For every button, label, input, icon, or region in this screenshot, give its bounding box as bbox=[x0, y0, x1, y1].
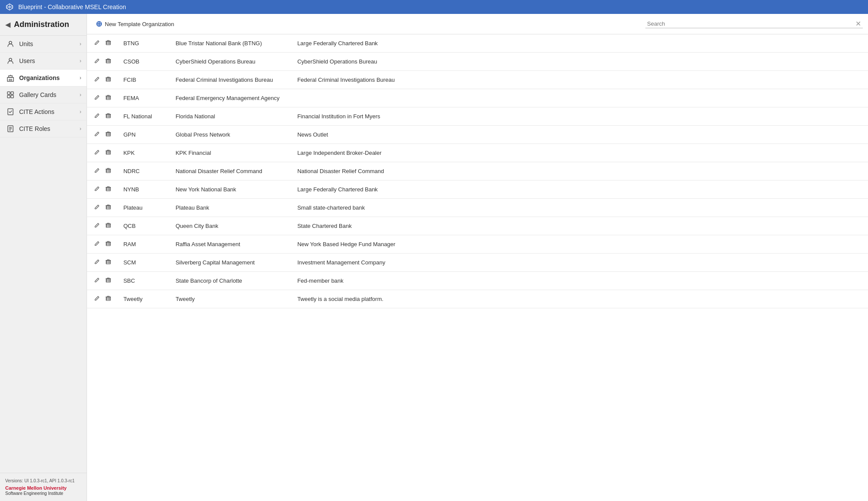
svg-rect-49 bbox=[109, 133, 110, 136]
search-clear-button[interactable]: ✕ bbox=[854, 20, 863, 28]
org-name: Federal Criminal Investigations Bureau bbox=[170, 71, 292, 89]
search-container: ✕ bbox=[645, 20, 863, 28]
delete-button[interactable] bbox=[103, 240, 113, 249]
row-actions bbox=[87, 180, 118, 199]
svg-rect-93 bbox=[108, 297, 109, 300]
org-name: Florida National bbox=[170, 107, 292, 126]
org-name: Blue Tristar National Bank (BTNG) bbox=[170, 34, 292, 53]
svg-rect-28 bbox=[108, 60, 109, 63]
svg-rect-67 bbox=[107, 206, 107, 209]
org-abbr: QCB bbox=[118, 217, 170, 235]
sidebar-item-units[interactable]: Units › bbox=[0, 36, 87, 53]
table-row: Tweetly Tweetly Tweetly is a social medi… bbox=[87, 290, 868, 308]
org-description: News Outlet bbox=[292, 126, 868, 144]
sidebar-item-users[interactable]: Users › bbox=[0, 53, 87, 70]
row-actions bbox=[87, 272, 118, 290]
new-organization-button[interactable]: ⊕ New Template Organization bbox=[92, 17, 177, 30]
sidebar-toggle-icon[interactable]: ◀ bbox=[5, 20, 10, 29]
delete-button[interactable] bbox=[103, 112, 113, 121]
svg-rect-6 bbox=[7, 77, 13, 81]
svg-rect-64 bbox=[109, 188, 110, 190]
org-name: State Bancorp of Charlotte bbox=[170, 272, 292, 290]
table-row: SBC State Bancorp of Charlotte Fed-membe… bbox=[87, 272, 868, 290]
org-description: Federal Criminal Investigations Bureau bbox=[292, 71, 868, 89]
svg-rect-63 bbox=[108, 188, 109, 190]
edit-button[interactable] bbox=[92, 294, 102, 304]
svg-rect-73 bbox=[108, 224, 109, 227]
delete-button[interactable] bbox=[103, 221, 113, 230]
svg-rect-94 bbox=[109, 297, 110, 300]
edit-button[interactable] bbox=[92, 203, 102, 212]
org-description: Large Federally Chartered Bank bbox=[292, 34, 868, 53]
users-label: Users bbox=[19, 57, 80, 64]
edit-button[interactable] bbox=[92, 276, 102, 285]
gallery-cards-icon bbox=[5, 91, 16, 99]
svg-rect-22 bbox=[107, 42, 107, 44]
svg-rect-43 bbox=[108, 115, 109, 117]
delete-button[interactable] bbox=[103, 75, 113, 84]
sidebar-item-cite-roles[interactable]: CITE Roles › bbox=[0, 120, 87, 137]
main-layout: ◀ Administration Units › Users bbox=[0, 14, 868, 501]
svg-rect-72 bbox=[107, 224, 107, 227]
delete-button[interactable] bbox=[103, 276, 113, 285]
delete-button[interactable] bbox=[103, 39, 113, 48]
edit-button[interactable] bbox=[92, 112, 102, 121]
sidebar-footer: Versions: UI 1.0.3-rc1, API 1.0.3-rc1 Ca… bbox=[0, 473, 87, 501]
edit-button[interactable] bbox=[92, 39, 102, 48]
edit-button[interactable] bbox=[92, 221, 102, 230]
edit-button[interactable] bbox=[92, 185, 102, 194]
svg-rect-74 bbox=[109, 224, 110, 227]
delete-button[interactable] bbox=[103, 57, 113, 66]
org-name: Plateau Bank bbox=[170, 199, 292, 217]
delete-button[interactable] bbox=[103, 294, 113, 304]
edit-button[interactable] bbox=[92, 75, 102, 84]
search-input[interactable] bbox=[645, 20, 854, 28]
sidebar-item-cite-actions[interactable]: CITE Actions › bbox=[0, 104, 87, 120]
delete-button[interactable] bbox=[103, 167, 113, 176]
table-row: SCM Silverberg Capital Management Invest… bbox=[87, 254, 868, 272]
row-actions bbox=[87, 290, 118, 308]
edit-button[interactable] bbox=[92, 240, 102, 249]
svg-rect-79 bbox=[109, 243, 110, 245]
edit-button[interactable] bbox=[92, 258, 102, 267]
sidebar-item-gallery-cards[interactable]: Gallery Cards › bbox=[0, 87, 87, 104]
delete-button[interactable] bbox=[103, 94, 113, 103]
svg-rect-44 bbox=[109, 115, 110, 117]
svg-rect-77 bbox=[107, 243, 107, 245]
edit-button[interactable] bbox=[92, 57, 102, 66]
svg-rect-68 bbox=[108, 206, 109, 209]
edit-button[interactable] bbox=[92, 167, 102, 176]
delete-button[interactable] bbox=[103, 185, 113, 194]
cite-roles-label: CITE Roles bbox=[19, 125, 80, 132]
delete-button[interactable] bbox=[103, 130, 113, 139]
org-name: National Disaster Relief Command bbox=[170, 162, 292, 180]
cmu-title-line2: Software Engineering Institute bbox=[5, 491, 81, 496]
edit-button[interactable] bbox=[92, 130, 102, 139]
row-actions bbox=[87, 235, 118, 254]
edit-button[interactable] bbox=[92, 148, 102, 157]
org-abbr: NDRC bbox=[118, 162, 170, 180]
svg-rect-54 bbox=[109, 151, 110, 154]
org-abbr: FL National bbox=[118, 107, 170, 126]
svg-point-4 bbox=[9, 41, 12, 44]
svg-rect-23 bbox=[108, 42, 109, 44]
svg-rect-87 bbox=[107, 279, 107, 282]
delete-button[interactable] bbox=[103, 203, 113, 212]
delete-button[interactable] bbox=[103, 258, 113, 267]
svg-rect-83 bbox=[108, 261, 109, 264]
svg-rect-78 bbox=[108, 243, 109, 245]
org-name: Raffia Asset Management bbox=[170, 235, 292, 254]
table-row: Plateau Plateau Bank Small state-charter… bbox=[87, 199, 868, 217]
svg-rect-53 bbox=[108, 151, 109, 154]
svg-point-5 bbox=[9, 58, 12, 61]
sidebar-item-organizations[interactable]: Organizations › bbox=[0, 70, 87, 87]
table-row: NDRC National Disaster Relief Command Na… bbox=[87, 162, 868, 180]
org-description: CyberShield Operations Bureau bbox=[292, 53, 868, 71]
cmu-title-line1: Carnegie Mellon University bbox=[5, 485, 81, 491]
svg-rect-12 bbox=[7, 92, 10, 94]
svg-rect-11 bbox=[11, 79, 12, 80]
edit-button[interactable] bbox=[92, 94, 102, 103]
delete-button[interactable] bbox=[103, 148, 113, 157]
row-actions bbox=[87, 217, 118, 235]
sidebar: ◀ Administration Units › Users bbox=[0, 14, 87, 501]
